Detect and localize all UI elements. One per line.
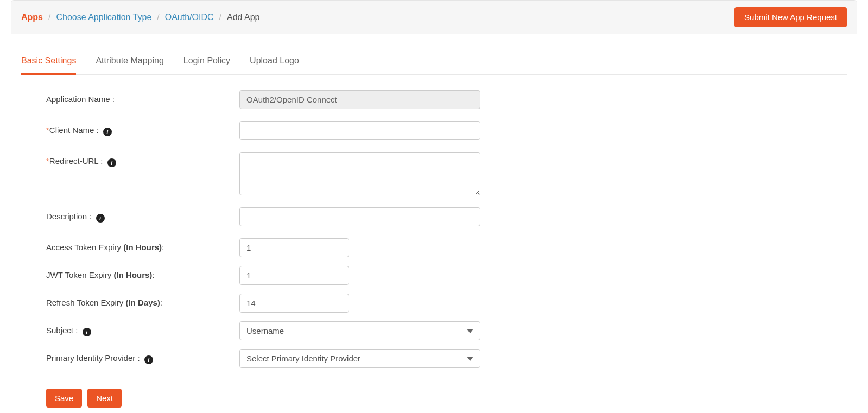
subject-select[interactable]: Username (239, 321, 480, 340)
breadcrumb-choose-type[interactable]: Choose Application Type (56, 12, 151, 22)
tab-basic-settings[interactable]: Basic Settings (21, 47, 76, 75)
jwt-token-expiry-field[interactable] (239, 266, 349, 285)
access-token-expiry-label: Access Token Expiry (In Hours): (46, 238, 239, 252)
description-label: Description : i (46, 207, 239, 223)
info-icon[interactable]: i (107, 158, 116, 167)
submit-new-app-button[interactable]: Submit New App Request (734, 7, 847, 27)
tab-attribute-mapping[interactable]: Attribute Mapping (96, 47, 163, 75)
client-name-label: *Client Name : i (46, 121, 239, 136)
breadcrumb-separator: / (157, 12, 159, 22)
info-icon[interactable]: i (103, 128, 112, 136)
refresh-token-expiry-label: Refresh Token Expiry (In Days): (46, 294, 239, 307)
breadcrumb-oauth[interactable]: OAuth/OIDC (165, 12, 214, 22)
client-name-field[interactable] (239, 121, 480, 140)
tabs: Basic Settings Attribute Mapping Login P… (21, 47, 847, 75)
breadcrumb-separator: / (48, 12, 50, 22)
redirect-url-label: *Redirect-URL : i (46, 152, 239, 167)
redirect-url-field[interactable] (239, 152, 480, 195)
breadcrumb-apps[interactable]: Apps (21, 12, 43, 22)
save-button[interactable]: Save (46, 389, 82, 408)
refresh-token-expiry-field[interactable] (239, 294, 349, 313)
info-icon[interactable]: i (144, 355, 153, 364)
description-field[interactable] (239, 207, 480, 226)
info-icon[interactable]: i (96, 214, 105, 223)
access-token-expiry-field[interactable] (239, 238, 349, 257)
application-name-label: Application Name : (46, 90, 239, 104)
jwt-token-expiry-label: JWT Token Expiry (In Hours): (46, 266, 239, 279)
breadcrumb-current: Add App (227, 12, 260, 22)
breadcrumb-separator: / (219, 12, 221, 22)
breadcrumb: Apps / Choose Application Type / OAuth/O… (21, 12, 260, 22)
tab-upload-logo[interactable]: Upload Logo (250, 47, 299, 75)
next-button[interactable]: Next (87, 389, 122, 408)
primary-idp-select[interactable]: Select Primary Identity Provider (239, 349, 480, 368)
subject-label: Subject : i (46, 321, 239, 336)
application-name-field (239, 90, 480, 109)
primary-idp-label: Primary Identity Provider : i (46, 349, 239, 364)
tab-login-policy[interactable]: Login Policy (183, 47, 230, 75)
info-icon[interactable]: i (83, 328, 91, 336)
